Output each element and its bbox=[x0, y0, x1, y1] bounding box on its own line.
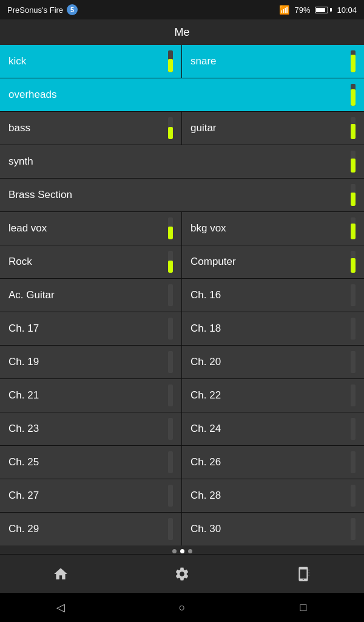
gear-icon bbox=[174, 566, 190, 582]
page-dots bbox=[0, 545, 364, 554]
level-fill-bkg-vox bbox=[351, 224, 356, 239]
channel-cell-snare[interactable]: snare bbox=[182, 45, 364, 78]
home-icon bbox=[53, 566, 69, 582]
level-indicator-ch21 bbox=[168, 384, 173, 406]
channel-row-row1: kicksnare bbox=[0, 45, 364, 78]
level-fill-overheads bbox=[351, 89, 356, 106]
level-indicator-bass bbox=[168, 117, 173, 139]
channel-cell-overheads[interactable]: overheads bbox=[0, 78, 364, 111]
channel-name-ch24: Ch. 24 bbox=[190, 423, 346, 435]
status-bar: PreSonus's Fire 5 📶 79% 10:04 bbox=[0, 0, 364, 19]
level-indicator-ch19 bbox=[168, 351, 173, 373]
channel-cell-ch19[interactable]: Ch. 19 bbox=[0, 346, 182, 378]
level-fill-snare bbox=[351, 55, 356, 72]
channel-name-rock: Rock bbox=[8, 256, 163, 268]
level-indicator-ch25 bbox=[168, 451, 173, 473]
level-fill-bass bbox=[168, 127, 173, 139]
channel-cell-ch28[interactable]: Ch. 28 bbox=[182, 479, 364, 512]
device-button[interactable] bbox=[286, 559, 320, 589]
channel-cell-synth[interactable]: synth bbox=[0, 145, 364, 178]
device-icon bbox=[295, 566, 311, 582]
back-icon: ◁ bbox=[56, 601, 65, 614]
channel-cell-lead-vox[interactable]: lead vox bbox=[0, 212, 182, 245]
home-sys-button[interactable]: ○ bbox=[164, 595, 200, 620]
wifi-icon: 📶 bbox=[279, 5, 289, 15]
home-button[interactable] bbox=[44, 559, 78, 589]
level-indicator-synth bbox=[351, 151, 356, 173]
channel-cell-ch23[interactable]: Ch. 23 bbox=[0, 412, 182, 445]
channel-row-row13: Ch. 25Ch. 26 bbox=[0, 446, 364, 479]
channel-cell-ch21[interactable]: Ch. 21 bbox=[0, 379, 182, 412]
status-right: 📶 79% 10:04 bbox=[279, 5, 357, 15]
battery-percent: 79% bbox=[294, 5, 310, 15]
channel-name-overheads: overheads bbox=[8, 89, 346, 101]
channel-row-row14: Ch. 27Ch. 28 bbox=[0, 479, 364, 513]
channel-cell-rock[interactable]: Rock bbox=[0, 245, 182, 278]
bottom-nav bbox=[0, 554, 364, 593]
channel-name-ac-guitar: Ac. Guitar bbox=[8, 289, 163, 301]
channel-cell-ch25[interactable]: Ch. 25 bbox=[0, 446, 182, 479]
level-indicator-ch26 bbox=[351, 451, 356, 473]
level-indicator-snare bbox=[351, 50, 356, 72]
system-nav: ◁ ○ □ bbox=[0, 593, 364, 622]
channel-name-ch26: Ch. 26 bbox=[190, 456, 346, 468]
channel-cell-guitar[interactable]: guitar bbox=[182, 112, 364, 145]
channel-name-ch30: Ch. 30 bbox=[190, 523, 346, 535]
channel-cell-ch22[interactable]: Ch. 22 bbox=[182, 379, 364, 412]
level-indicator-brass-section bbox=[351, 184, 356, 206]
channel-row-row3: bassguitar bbox=[0, 112, 364, 145]
channel-cell-kick[interactable]: kick bbox=[0, 45, 182, 78]
level-indicator-ch20 bbox=[351, 351, 356, 373]
channel-name-ch25: Ch. 25 bbox=[8, 456, 163, 468]
channel-cell-ch24[interactable]: Ch. 24 bbox=[182, 412, 364, 445]
channel-name-ch19: Ch. 19 bbox=[8, 356, 163, 368]
back-button[interactable]: ◁ bbox=[42, 595, 79, 620]
level-indicator-guitar bbox=[351, 117, 356, 139]
level-indicator-lead-vox bbox=[168, 217, 173, 239]
channel-cell-ch20[interactable]: Ch. 20 bbox=[182, 346, 364, 378]
level-indicator-ac-guitar bbox=[168, 284, 173, 306]
channel-name-ch29: Ch. 29 bbox=[8, 523, 163, 535]
channel-row-row8: Ac. GuitarCh. 16 bbox=[0, 279, 364, 312]
channel-cell-ch30[interactable]: Ch. 30 bbox=[182, 513, 364, 545]
channel-name-ch16: Ch. 16 bbox=[190, 289, 346, 301]
recent-button[interactable]: □ bbox=[285, 595, 322, 620]
level-indicator-ch17 bbox=[168, 318, 173, 340]
recent-icon: □ bbox=[300, 601, 307, 614]
channel-row-row7: RockComputer bbox=[0, 245, 364, 279]
channel-name-guitar: guitar bbox=[190, 122, 346, 134]
channel-cell-brass-section[interactable]: Brass Section bbox=[0, 179, 364, 211]
channel-cell-ch26[interactable]: Ch. 26 bbox=[182, 446, 364, 479]
channel-row-row15: Ch. 29Ch. 30 bbox=[0, 513, 364, 545]
channel-row-row5: Brass Section bbox=[0, 179, 364, 212]
channel-cell-computer[interactable]: Computer bbox=[182, 245, 364, 278]
channel-cell-ch27[interactable]: Ch. 27 bbox=[0, 479, 182, 512]
level-fill-kick bbox=[168, 59, 173, 72]
time: 10:04 bbox=[337, 5, 357, 15]
channel-cell-bkg-vox[interactable]: bkg vox bbox=[182, 212, 364, 245]
level-indicator-overheads bbox=[351, 84, 356, 106]
channel-cell-ac-guitar[interactable]: Ac. Guitar bbox=[0, 279, 182, 312]
channel-list: kicksnareoverheadsbassguitarsynthBrass S… bbox=[0, 45, 364, 545]
channel-cell-ch29[interactable]: Ch. 29 bbox=[0, 513, 182, 545]
dot-1 bbox=[172, 549, 177, 553]
level-indicator-ch24 bbox=[351, 418, 356, 440]
channel-name-ch18: Ch. 18 bbox=[190, 323, 346, 335]
level-indicator-ch18 bbox=[351, 318, 356, 340]
channel-name-snare: snare bbox=[190, 55, 346, 67]
channel-name-ch22: Ch. 22 bbox=[190, 389, 346, 402]
channel-cell-ch16[interactable]: Ch. 16 bbox=[182, 279, 364, 312]
channel-name-kick: kick bbox=[8, 55, 163, 67]
channel-name-lead-vox: lead vox bbox=[8, 222, 163, 234]
channel-cell-ch17[interactable]: Ch. 17 bbox=[0, 312, 182, 345]
level-indicator-ch16 bbox=[351, 284, 356, 306]
title-bar: Me bbox=[0, 19, 364, 45]
channel-cell-bass[interactable]: bass bbox=[0, 112, 182, 145]
channel-name-ch27: Ch. 27 bbox=[8, 490, 163, 502]
channel-cell-ch18[interactable]: Ch. 18 bbox=[182, 312, 364, 345]
channel-name-computer: Computer bbox=[190, 256, 346, 268]
level-indicator-computer bbox=[351, 251, 356, 273]
level-fill-brass-section bbox=[351, 193, 356, 206]
settings-button[interactable] bbox=[165, 559, 199, 589]
level-indicator-ch27 bbox=[168, 485, 173, 507]
